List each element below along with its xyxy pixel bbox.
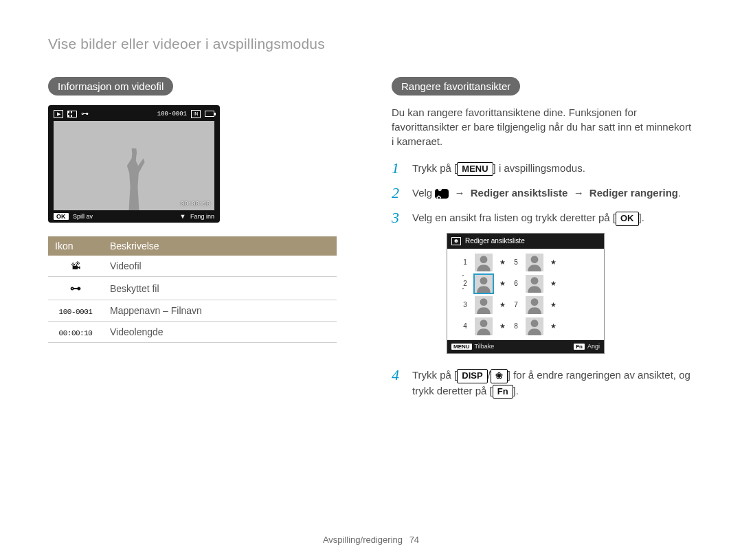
face-thumbnail — [475, 275, 493, 293]
col-header-description: Beskrivelse — [103, 236, 337, 256]
description-cell: Videofil — [103, 256, 337, 277]
page-footer: Avspilling/redigering 74 — [0, 535, 742, 545]
face-list-icon: ☻ — [451, 237, 461, 245]
star-icon: ★ — [498, 258, 506, 268]
right-column: Rangere favorittansikter Du kan rangere … — [392, 77, 694, 408]
menu-key-icon: MENU — [457, 162, 493, 177]
play-mode-icon: ▶ — [54, 110, 63, 118]
face-settings-icon: ☻✿ — [435, 189, 449, 199]
macro-key-icon: ❀ — [491, 369, 508, 383]
disp-key-icon: DISP — [457, 369, 487, 383]
face-thumbnail — [475, 254, 493, 271]
rank-number: 1 — [460, 258, 471, 268]
step-number: 1 — [392, 161, 405, 176]
intro-text: Du kan rangere favorittansiktene dine. F… — [392, 105, 694, 148]
footer-section: Avspilling/redigering — [323, 535, 403, 545]
icon-info-table: Ikon Beskrivelse VideofilBeskyttet fil10… — [48, 236, 337, 343]
table-row: 100-0001Mappenavn – Filnavn — [48, 300, 337, 322]
icon-cell: 00:00:10 — [48, 322, 103, 343]
description-cell: Mappenavn – Filnavn — [103, 300, 337, 322]
face-ranking-title: Rediger ansiktsliste — [465, 236, 525, 247]
section-heading-video-info: Informasjon om videofil — [48, 77, 173, 96]
star-icon: ★ — [549, 300, 557, 311]
play-label: Spill av — [73, 213, 93, 220]
rank-number: 4 — [460, 322, 471, 332]
step-1: 1 Trykk på [MENU] i avspillingsmodus. — [392, 161, 694, 176]
star-icon: ★ — [549, 322, 557, 332]
icon-cell — [48, 277, 103, 300]
video-lcd-mockup: ▶ 100-0001 IN 00:00:10 OK Spill av — [48, 105, 220, 223]
ok-key-label: OK — [54, 213, 69, 220]
svg-point-1 — [531, 256, 539, 264]
section-heading-rank-faces: Rangere favorittansikter — [392, 77, 520, 96]
back-label: Tilbake — [475, 343, 495, 350]
star-icon: ★ — [498, 322, 506, 332]
face-thumbnail — [475, 317, 493, 335]
person-silhouette — [122, 148, 146, 210]
step3-pre: Velg en ansikt fra listen og trykk deret… — [412, 212, 616, 223]
star-icon: ★ — [549, 279, 557, 289]
rank-number: 2 — [460, 279, 471, 289]
icon-cell: 100-0001 — [48, 300, 103, 322]
svg-point-7 — [531, 320, 539, 328]
step1-pre: Trykk på [ — [412, 162, 457, 174]
col-header-icon: Ikon — [48, 236, 103, 256]
menu-path-edit-face-list: Rediger ansiktsliste — [471, 187, 568, 199]
face-thumbnail — [526, 296, 543, 314]
step-3: 3 Velg en ansikt fra listen og trykk der… — [392, 210, 694, 358]
video-preview-area: 00:00:10 — [54, 121, 214, 210]
rank-number: 8 — [510, 322, 521, 332]
menu-key-label: MENU — [451, 344, 472, 350]
star-icon: ★ — [498, 300, 506, 311]
rank-number: 7 — [510, 300, 521, 311]
star-icon: ★ — [498, 279, 506, 289]
protected-file-icon — [81, 109, 89, 118]
ok-key-icon: OK — [616, 212, 639, 226]
face-thumbnail — [526, 254, 543, 271]
table-row: 00:00:10Videolengde — [48, 322, 337, 343]
svg-point-2 — [480, 278, 488, 285]
set-label: Angi — [587, 343, 600, 350]
arrow-icon: → — [571, 187, 587, 199]
file-counter: 100-0001 — [157, 111, 187, 117]
memory-card-icon: IN — [191, 110, 201, 118]
svg-point-4 — [480, 299, 488, 306]
step-number: 2 — [392, 186, 405, 201]
face-thumbnail — [526, 275, 543, 293]
svg-point-3 — [531, 278, 539, 285]
svg-point-5 — [531, 299, 539, 306]
page-title: Vise bilder eller videoer i avspillingsm… — [48, 36, 694, 52]
step3-post: ]. — [639, 212, 644, 223]
video-timer: 00:00:10 — [181, 201, 210, 208]
table-row: Beskyttet fil — [48, 277, 337, 300]
rank-number: 5 — [510, 258, 521, 268]
step-2: 2 Velg ☻✿ → Rediger ansiktsliste → Redig… — [392, 186, 694, 201]
star-icon: ★ — [549, 258, 557, 268]
face-ranking-lcd: ☻ Rediger ansiktsliste 1★5★2★6★3★7★4★8★ … — [447, 233, 605, 355]
rank-number: 3 — [460, 300, 471, 311]
menu-path-edit-ranking: Rediger rangering — [589, 187, 678, 199]
battery-icon — [205, 111, 214, 117]
fn-key-icon: Fn — [493, 385, 513, 399]
step-number: 3 — [392, 210, 405, 358]
rank-number: 6 — [510, 279, 521, 289]
capture-label: Fang inn — [190, 213, 214, 220]
icon-cell — [48, 256, 103, 277]
step-4: 4 Trykk på [DISP/❀] for å endre rangerin… — [392, 368, 694, 399]
left-column: Informasjon om videofil ▶ 100-0001 IN 00… — [48, 77, 350, 408]
table-row: Videofil — [48, 256, 337, 277]
video-file-icon — [67, 111, 77, 117]
down-arrow-icon: ▼ — [180, 213, 186, 220]
description-cell: Videolengde — [103, 322, 337, 343]
face-thumbnail — [526, 317, 543, 335]
step2-pre: Velg — [412, 187, 435, 199]
arrow-icon: → — [452, 187, 468, 199]
fn-key-label: Fn — [574, 344, 585, 350]
step4-post: ]. — [513, 385, 519, 396]
step-number: 4 — [392, 368, 405, 399]
face-thumbnail — [475, 296, 493, 314]
svg-point-6 — [480, 320, 488, 328]
step4-pre: Trykk på [ — [412, 369, 457, 381]
page-number: 74 — [409, 535, 419, 545]
step1-post: ] i avspillingsmodus. — [493, 162, 585, 174]
